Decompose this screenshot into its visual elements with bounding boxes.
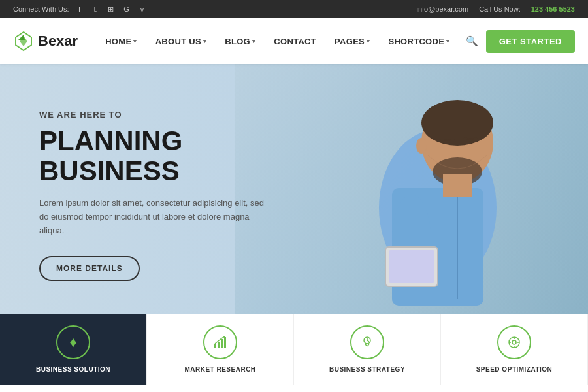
logo[interactable]: Bexar xyxy=(13,31,78,52)
service-label-3: SPEED OPTIMIZATION xyxy=(476,366,553,374)
nav-about[interactable]: ABOUT US ▾ xyxy=(148,31,215,52)
nav-pages[interactable]: PAGES ▾ xyxy=(327,31,378,52)
nav-contact[interactable]: CONTACT xyxy=(266,31,324,52)
svg-rect-10 xyxy=(443,174,472,197)
logo-icon xyxy=(13,31,34,52)
social-twitter[interactable]: 𝕥 xyxy=(90,4,101,14)
svg-rect-12 xyxy=(214,344,216,348)
top-bar-left: Connect With Us: f 𝕥 ⊞ G v xyxy=(13,4,148,14)
nav-about-arrow: ▾ xyxy=(203,38,206,44)
service-icon-0: ♦ xyxy=(56,325,90,359)
logo-text: Bexar xyxy=(38,33,78,50)
svg-rect-8 xyxy=(389,250,434,283)
svg-rect-14 xyxy=(221,339,223,348)
service-icon-1 xyxy=(203,325,237,359)
svg-line-18 xyxy=(367,340,369,342)
search-icon[interactable]: 🔍 xyxy=(461,30,483,52)
services-row: ♦ BUSINESS SOLUTION MARKET RESEARCH BUSI… xyxy=(0,314,588,385)
header: Bexar HOME ▾ ABOUT US ▾ BLOG ▾ CONTACT P… xyxy=(0,18,588,64)
email-text: info@bexar.com xyxy=(416,5,468,13)
nav-home[interactable]: HOME ▾ xyxy=(97,31,145,52)
top-bar: Connect With Us: f 𝕥 ⊞ G v info@bexar.co… xyxy=(0,0,588,18)
service-card-1: MARKET RESEARCH xyxy=(147,314,294,385)
service-label-0: BUSINESS SOLUTION xyxy=(36,366,110,374)
social-rss[interactable]: ⊞ xyxy=(106,4,116,14)
nav-blog-arrow: ▾ xyxy=(252,38,255,44)
hero-person-image xyxy=(327,77,549,319)
nav-home-arrow: ▾ xyxy=(133,38,137,44)
service-icon-3 xyxy=(497,325,531,359)
hero-subtitle: WE ARE HERE TO xyxy=(39,110,314,120)
social-vimeo[interactable]: v xyxy=(137,4,148,14)
service-card-2: BUSINESS STRATEGY xyxy=(294,314,441,385)
social-facebook[interactable]: f xyxy=(74,4,85,14)
service-card-3: SPEED OPTIMIZATION xyxy=(441,314,588,385)
service-icon-2 xyxy=(350,325,384,359)
connect-label: Connect With Us: xyxy=(13,5,69,13)
more-details-button[interactable]: MORE DETAILS xyxy=(39,256,140,281)
svg-rect-13 xyxy=(218,342,220,348)
service-card-0: ♦ BUSINESS SOLUTION xyxy=(0,314,147,385)
nav-pages-arrow: ▾ xyxy=(367,38,370,44)
nav-blog[interactable]: BLOG ▾ xyxy=(217,31,263,52)
call-label: Call Us Now: xyxy=(479,5,521,13)
hero-content: WE ARE HERE TO PLANNING BUSINESS Lorem i… xyxy=(39,110,314,281)
hero-description: Lorem ipsum dolor sit amet, consectetur … xyxy=(39,197,274,237)
nav-shortcode[interactable]: SHORTCODE ▾ xyxy=(380,31,457,52)
main-nav: HOME ▾ ABOUT US ▾ BLOG ▾ CONTACT PAGES ▾… xyxy=(97,30,486,52)
social-google[interactable]: G xyxy=(122,4,132,14)
top-bar-right: info@bexar.com Call Us Now: 123 456 5523 xyxy=(416,5,575,13)
svg-point-3 xyxy=(421,100,493,146)
phone-number: 123 456 5523 xyxy=(531,5,575,13)
svg-rect-15 xyxy=(224,337,226,348)
hero-section: WE ARE HERE TO PLANNING BUSINESS Lorem i… xyxy=(0,64,588,320)
svg-point-20 xyxy=(512,340,516,344)
get-started-button[interactable]: GET STARTED xyxy=(486,30,575,53)
svg-point-11 xyxy=(416,138,427,154)
nav-shortcode-arrow: ▾ xyxy=(446,38,449,44)
hero-title: PLANNING BUSINESS xyxy=(39,126,314,186)
service-label-2: BUSINESS STRATEGY xyxy=(329,366,405,374)
service-label-1: MARKET RESEARCH xyxy=(184,366,255,374)
